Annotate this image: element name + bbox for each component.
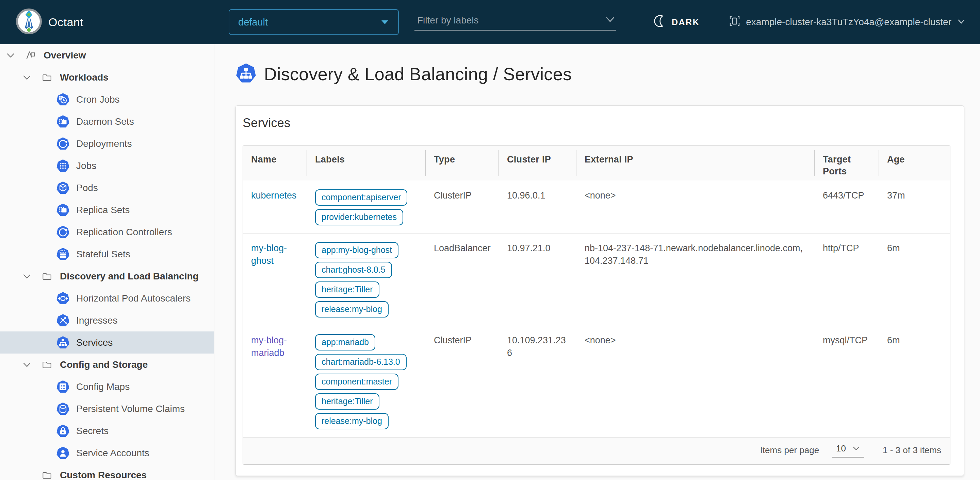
column-header-name: Name [243,146,307,181]
chevron-down-icon[interactable] [605,15,616,25]
label-pill[interactable]: provider:kubernetes [315,209,403,225]
sidebar-item-services[interactable]: Services [0,331,214,353]
octant-logo-icon [16,8,42,36]
sidebar-item-config-maps[interactable]: Config Maps [0,375,214,398]
folder-icon [41,270,53,282]
chevron-down-icon[interactable] [6,51,15,60]
label-pill[interactable]: component:apiserver [315,189,407,206]
cell-age: 6m [879,234,950,326]
sidebar-item-pods[interactable]: Pods [0,177,214,199]
cell-name: my-blog-mariadb [243,326,307,438]
sidebar-item-label: Persistent Volume Claims [76,404,185,414]
cron-jobs-icon [56,93,70,106]
sidebar-item-label: Pods [76,182,98,193]
sidebar-item-custom-resources[interactable]: Custom Resources [0,464,214,480]
label-filter [414,11,616,31]
cell-type: LoadBalancer [426,234,499,326]
label-pill[interactable]: heritage:Tiller [315,282,379,298]
cell-name: kubernetes [243,181,307,234]
sidebar-item-service-accounts[interactable]: Service Accounts [0,442,214,464]
filter-by-labels-input[interactable] [414,15,605,26]
sidebar-item-label: Discovery and Load Balancing [60,271,199,282]
applications-icon [24,49,37,62]
brand: Octant [16,0,83,44]
chevron-down-icon[interactable] [22,360,31,369]
context-selector[interactable]: example-cluster-ka3TuTzYo4a@example-clus… [729,0,966,44]
cell-labels: app:my-blog-ghostchart:ghost-8.0.5herita… [307,234,426,326]
label-pill[interactable]: chart:ghost-8.0.5 [315,262,392,278]
sidebar-item-label: Horizontal Pod Autoscalers [76,293,191,304]
sidebar-item-secrets[interactable]: Secrets [0,420,214,442]
context-value: example-cluster-ka3TuTzYo4a@example-clus… [746,17,951,27]
cell-labels: component:apiserverprovider:kubernetes [307,181,426,234]
column-header-target-ports: Target Ports [815,146,879,181]
cell-age: 6m [879,326,950,438]
sidebar-item-persistent-volume-claims[interactable]: Persistent Volume Claims [0,398,214,420]
moon-icon [654,14,666,30]
folder-icon [41,469,53,480]
table-row: my-blog-mariadbapp:mariadbchart:mariadb-… [243,326,950,438]
sidebar-item-label: Config Maps [76,382,130,392]
page-title: Discovery & Load Balancing / Services [264,64,572,84]
sidebar-item-jobs[interactable]: Jobs [0,155,214,177]
caret-down-icon [380,17,389,28]
ingresses-icon [56,314,70,327]
sidebar-item-label: Deployments [76,138,132,149]
column-header-cluster-ip: Cluster IP [499,146,576,181]
chevron-down-icon[interactable] [22,73,31,82]
sidebar-item-label: Ingresses [76,315,118,326]
sidebar-item-daemon-sets[interactable]: Daemon Sets [0,111,214,133]
items-per-page-value: 10 [836,443,846,454]
service-name-link[interactable]: kubernetes [251,190,297,201]
sidebar-item-stateful-sets[interactable]: Stateful Sets [0,243,214,265]
sidebar-item-ingresses[interactable]: Ingresses [0,309,214,331]
sidebar: OverviewWorkloadsCron JobsDaemon SetsDep… [0,44,215,480]
sidebar-item-overview[interactable]: Overview [0,44,214,66]
replica-sets-icon [56,203,70,217]
label-pill[interactable]: release:my-blog [315,301,388,317]
items-per-page-select[interactable]: 10 [832,443,864,458]
cell-name: my-blog-ghost [243,234,307,326]
sidebar-item-config-and-storage[interactable]: Config and Storage [0,353,214,375]
stateful-sets-icon [56,247,70,261]
service-name-link[interactable]: my-blog-mariadb [251,335,287,358]
folder-icon [41,359,53,371]
column-header-labels: Labels [307,146,426,181]
theme-toggle-button[interactable]: DARK [654,0,700,44]
label-pill[interactable]: app:mariadb [315,334,375,350]
sidebar-item-label: Jobs [76,160,96,171]
cell-type: ClusterIP [426,181,499,234]
chevron-down-icon[interactable] [22,272,31,281]
sidebar-item-label: Daemon Sets [76,116,134,127]
replication-controllers-icon [56,225,70,239]
cell-external-ip: nb-104-237-148-71.newark.nodebalancer.li… [576,234,815,326]
cell-target-ports: http/TCP [815,234,879,326]
sidebar-item-replica-sets[interactable]: Replica Sets [0,199,214,221]
sidebar-item-horizontal-pod-autoscalers[interactable]: Horizontal Pod Autoscalers [0,287,214,309]
jobs-icon [56,159,70,173]
label-pill[interactable]: release:my-blog [315,413,388,429]
label-pill[interactable]: component:master [315,374,398,390]
deployments-icon [56,137,70,150]
sidebar-item-label: Custom Resources [60,470,147,480]
label-pill[interactable]: chart:mariadb-6.13.0 [315,354,407,370]
column-header-age: Age [879,146,950,181]
cell-type: ClusterIP [426,326,499,438]
cell-external-ip: <none> [576,326,815,438]
sidebar-item-workloads[interactable]: Workloads [0,66,214,89]
sidebar-item-replication-controllers[interactable]: Replication Controllers [0,221,214,243]
service-name-link[interactable]: my-blog-ghost [251,243,287,266]
daemon-sets-icon [56,115,70,128]
label-pill[interactable]: app:my-blog-ghost [315,242,398,258]
folder-icon [41,71,53,84]
secrets-icon [56,424,70,438]
sidebar-item-deployments[interactable]: Deployments [0,133,214,155]
sidebar-item-discovery-and-load-balancing[interactable]: Discovery and Load Balancing [0,265,214,287]
services-card: Services NameLabelsTypeCluster IPExterna… [235,105,964,476]
sidebar-item-label: Workloads [60,72,108,83]
hpa-icon [56,291,70,305]
cell-cluster-ip: 10.97.21.0 [499,234,576,326]
namespace-selector[interactable]: default [229,9,399,35]
label-pill[interactable]: heritage:Tiller [315,393,379,410]
sidebar-item-cron-jobs[interactable]: Cron Jobs [0,89,214,111]
